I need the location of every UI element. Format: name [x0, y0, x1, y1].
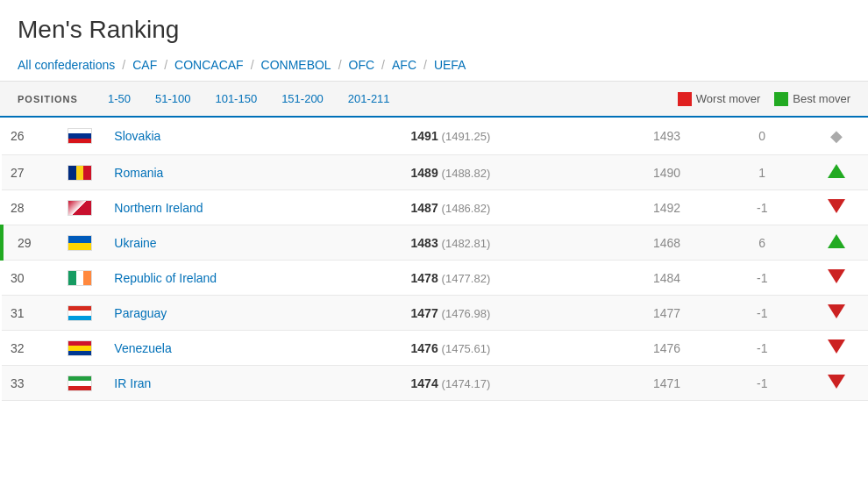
prev-rank-cell: 1476 — [614, 331, 720, 366]
pos-tab-201-211[interactable]: 201-211 — [336, 89, 402, 109]
country-cell: Romania — [105, 155, 402, 190]
points-exact: (1476.98) — [442, 307, 491, 320]
country-link[interactable]: Romania — [114, 166, 163, 180]
points-value: 1476 — [411, 341, 438, 355]
rank-cell: 32 — [2, 331, 54, 366]
direction-cell — [805, 366, 868, 401]
direction-cell — [805, 296, 868, 331]
ranking-table: 26 Slovakia 1491 (1491.25) 1493 0 ◆ 27 R… — [0, 118, 868, 401]
flag-cell — [54, 366, 105, 401]
change-cell: -1 — [720, 261, 805, 296]
country-cell: IR Iran — [105, 366, 402, 401]
nav-caf[interactable]: CAF — [132, 58, 157, 72]
nav-uefa[interactable]: UEFA — [434, 58, 466, 72]
points-cell: 1489 (1488.82) — [402, 155, 615, 190]
country-flag — [68, 270, 92, 286]
best-mover-label: Best mover — [793, 92, 850, 105]
worst-mover-icon — [678, 92, 692, 106]
pos-tab-51-100[interactable]: 51-100 — [143, 89, 203, 109]
confederation-nav: All confederations / CAF / CONCACAF / CO… — [0, 53, 868, 81]
separator-4: / — [333, 58, 347, 72]
flag-cell — [54, 190, 105, 225]
direction-cell — [805, 225, 868, 261]
flag-cell — [54, 296, 105, 331]
country-link[interactable]: Ukraine — [114, 236, 156, 250]
points-exact: (1491.25) — [442, 130, 491, 143]
arrow-down-icon — [828, 375, 845, 389]
prev-rank-cell: 1477 — [614, 296, 720, 331]
nav-afc[interactable]: AFC — [392, 58, 416, 72]
country-flag — [68, 165, 92, 181]
country-flag — [68, 128, 92, 144]
rank-cell: 26 — [2, 118, 54, 155]
country-link[interactable]: Venezuela — [114, 341, 171, 355]
country-link[interactable]: IR Iran — [114, 376, 151, 390]
country-flag — [68, 305, 92, 321]
country-flag — [68, 375, 92, 391]
nav-conmebol[interactable]: CONMEBOL — [261, 58, 331, 72]
country-flag — [68, 200, 92, 216]
arrow-down-icon — [828, 199, 845, 213]
separator-3: / — [245, 58, 260, 72]
pos-tab-151-200[interactable]: 151-200 — [269, 89, 336, 109]
points-value: 1483 — [411, 236, 438, 250]
nav-concacaf[interactable]: CONCACAF — [174, 58, 244, 72]
country-link[interactable]: Northern Ireland — [114, 201, 203, 215]
pos-tab-1-50[interactable]: 1-50 — [96, 89, 143, 109]
separator-1: / — [117, 58, 131, 72]
points-cell: 1491 (1491.25) — [402, 118, 615, 155]
country-flag — [68, 235, 92, 251]
prev-rank-cell: 1490 — [614, 155, 720, 190]
prev-rank-cell: 1468 — [614, 225, 720, 261]
direction-cell — [805, 331, 868, 366]
prev-rank-cell: 1471 — [614, 366, 720, 401]
flag-cell — [54, 118, 105, 155]
direction-cell — [805, 261, 868, 296]
rank-cell: 31 — [2, 296, 54, 331]
arrow-up-icon — [828, 234, 845, 248]
flag-cell — [54, 155, 105, 190]
points-exact: (1482.81) — [442, 237, 491, 250]
country-link[interactable]: Slovakia — [114, 129, 160, 143]
direction-cell — [805, 190, 868, 225]
points-value: 1477 — [411, 306, 438, 320]
points-cell: 1483 (1482.81) — [402, 225, 615, 261]
arrow-up-icon — [828, 164, 845, 178]
country-cell: Republic of Ireland — [105, 261, 402, 296]
points-exact: (1486.82) — [442, 202, 491, 215]
nav-all-confederations[interactable]: All confederations — [18, 58, 115, 72]
points-exact: (1475.61) — [442, 342, 491, 355]
separator-2: / — [159, 58, 173, 72]
points-exact: (1488.82) — [442, 167, 491, 180]
position-bar: POSITIONS 1-50 51-100 101-150 151-200 20… — [0, 81, 868, 118]
change-cell: -1 — [720, 190, 805, 225]
arrow-down-icon — [828, 269, 845, 283]
separator-5: / — [376, 58, 390, 72]
pos-tab-101-150[interactable]: 101-150 — [203, 89, 269, 109]
country-cell: Slovakia — [105, 118, 402, 155]
points-value: 1489 — [411, 166, 438, 180]
country-link[interactable]: Republic of Ireland — [114, 271, 217, 285]
best-mover-icon — [774, 92, 788, 106]
prev-rank-cell: 1492 — [614, 190, 720, 225]
flag-cell — [54, 261, 105, 296]
nav-ofc[interactable]: OFC — [349, 58, 375, 72]
points-cell: 1476 (1475.61) — [402, 331, 615, 366]
country-cell: Paraguay — [105, 296, 402, 331]
flag-cell — [54, 225, 105, 261]
change-cell: 0 — [720, 118, 805, 155]
legend: Worst mover Best mover — [678, 92, 850, 106]
change-cell: -1 — [720, 366, 805, 401]
prev-rank-cell: 1493 — [614, 118, 720, 155]
prev-rank-cell: 1484 — [614, 261, 720, 296]
change-cell: -1 — [720, 331, 805, 366]
points-cell: 1478 (1477.82) — [402, 261, 615, 296]
country-cell: Northern Ireland — [105, 190, 402, 225]
country-cell: Venezuela — [105, 331, 402, 366]
points-value: 1491 — [411, 129, 438, 143]
points-value: 1487 — [411, 201, 438, 215]
country-cell: Ukraine — [105, 225, 402, 261]
direction-cell — [805, 155, 868, 190]
points-value: 1478 — [411, 271, 438, 285]
country-link[interactable]: Paraguay — [114, 306, 167, 320]
